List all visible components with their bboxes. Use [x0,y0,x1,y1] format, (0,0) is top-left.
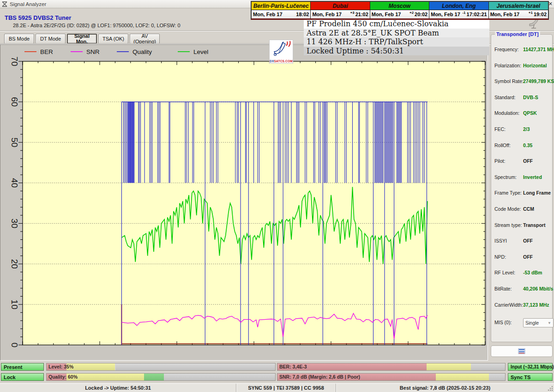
gauge-segment [144,374,164,380]
snr-gauge: SNR: 7,0 dB (Margin: 2,6 dB | Poor) [277,373,506,381]
level-gauge: Level: 35% [46,363,276,371]
transponder-row: Code Mode:CCM [494,206,550,213]
y-tick-label: 30 [10,219,19,228]
annotation-line: Astra 2E at 28.5°E_UK SPOT Beam [304,29,489,38]
tuner-subtitle: 28.2E - Astra 2E/2F/2G (ID: 0282) @ LOF1… [13,23,181,28]
transponder-panel: Transponder [DT] Frequency:11427,371 MHz… [491,34,553,342]
clock-moscow: MoscowMon, Feb 17+220:02 [370,2,429,18]
y-tick-label: 60 [10,97,19,107]
legend-label: Quality [132,48,152,55]
mode-tabs: BS Mode DT Mode Signal Mon. TSA (OK) AV … [4,34,160,44]
tp-label: RF Level: [494,270,523,276]
tp-value: Transport [523,222,545,229]
y-tick-label: 20 [10,259,19,269]
clock-utc-offset: +3 [350,11,355,15]
quality-gauge-label: Quality: 60% [48,374,78,380]
window-title: Signal Analyzer [10,1,46,7]
legend-label: SNR [86,48,100,55]
clock-dubai: DubaiMon, Feb 17+321:02 [311,2,370,18]
clock-date: Mon, Feb 17 [372,12,401,17]
transponder-row: BitRate:40,206 Mbit/s [494,286,550,292]
clock-city: Jerusalem-Israel [489,2,548,10]
annotation-line: PF Prodelin 450 cm/Lučenec-Slovakia [304,19,489,29]
transponder-row: RollOff:0.35 [494,143,550,149]
clock-jerusalem-israel: Jerusalem-IsraelMon, Feb 17+119:02 [489,2,548,18]
transponder-extra-button[interactable] [491,345,553,357]
tp-value: 0.35 [523,143,532,149]
y-tick-label: 70 [10,56,19,66]
status-sync-counters: SYNC 559 | TEI 37589 | CC 9958 [236,384,336,392]
clock-time: 19:02 [534,12,547,17]
tp-value: DVB-S [523,95,538,101]
transponder-row: RF Level:-53 dBm [494,270,550,276]
ber-gauge-label: BER: 3,4E-3 [279,364,307,369]
clock-berlin-paris-lu-enec: Berlin-Paris-LučenecMon, Feb 1718:02 [252,2,311,18]
gauge-segment [66,374,144,380]
clock-london-eng: London, EngMon, Feb 17-117:02:21 [429,2,488,18]
tab-tsa[interactable]: TSA (OK) [98,34,128,44]
tp-value: 40,206 Mbit/s [523,286,553,292]
transponder-row: Frame Type:Long Frame [494,190,550,196]
tp-label: Frequency: [494,47,523,53]
tp-label: Stream type: [494,222,523,229]
legend-label: Level [193,48,208,55]
tab-signal-mon[interactable]: Signal Mon. [67,34,97,44]
input-badge: Input (~32,31 Mbps) [508,363,553,371]
quality-gauge: Quality: 60% [46,373,276,381]
mis-dropdown[interactable]: Single▼ [523,318,554,327]
tp-label: ISSYI [494,238,523,244]
transponder-row: ISSYIOFF [494,238,550,244]
annotation-overlay: PF Prodelin 450 cm/Lučenec-Slovakia Astr… [304,19,489,55]
gauge-segment [164,374,275,380]
clock-date: Mon, Feb 17 [312,12,342,17]
clock-city: London, Eng [429,2,488,10]
status-bar: Locked -> Uptime: 54:50:31 SYNC 559 | TE… [0,383,554,392]
close-icon[interactable]: ✕ [548,1,553,7]
tp-label: NPD: [494,254,523,261]
world-clocks: Berlin-Paris-LučenecMon, Feb 1718:02Duba… [251,1,549,20]
tp-label: Standard: [494,95,523,101]
tp-label: Code Mode: [494,206,523,213]
tp-value: CCM [523,206,534,213]
mis-label: MIS (0): [494,320,523,326]
tuner-title: TBS 5925 DVBS2 Tuner [5,14,71,21]
present-indicator: Present [1,363,44,371]
clock-time: 21:02 [355,12,368,17]
transponder-row: Polarization:Horizontal [494,63,550,69]
lock-indicator: Lock [1,373,44,381]
y-tick-label: 50 [10,137,19,147]
tab-dt-mode[interactable]: DT Mode [36,34,66,44]
status-best-signal: Best signal: 7,8 dB (2025-02-15 20:23) [336,384,554,392]
clock-time: 18:02 [296,12,309,17]
tp-value: OFF [523,254,533,261]
tp-label: Symbol Rate: [494,78,523,85]
transponder-row: Modulation:QPSK [494,110,550,117]
tab-bs-mode[interactable]: BS Mode [4,34,34,44]
chevron-down-icon: ▼ [548,321,551,325]
tp-value: OFF [523,238,533,244]
transponder-row: FEC:2/3 [494,126,550,133]
y-tick-label: 40 [10,178,19,188]
snr-gauge-label: SNR: 7,0 dB (Margin: 2,6 dB | Poor) [279,374,360,380]
clock-utc-offset: +1 [529,11,533,15]
tp-label: Polarization: [494,63,523,69]
transponder-row: Pilot:OFF [494,158,550,165]
tp-label: Frame Type: [494,190,523,196]
tp-label: RollOff: [494,143,523,149]
clock-date: Mon, Feb 17 [253,12,283,17]
clock-city: Dubai [311,2,369,10]
clock-time: 17:02:21 [467,12,487,17]
gauge-segment [115,363,276,370]
resize-grip[interactable] [548,386,553,391]
transponder-row: Frequency:11427,371 MHz [494,47,550,53]
tp-value: Horizontal [523,63,547,69]
dxsatcs-logo: DXSATCS.COM [269,40,293,64]
tp-value: -53 dBm [523,270,542,276]
transponder-row: Standard:DVB-S [494,95,550,101]
clock-city: Berlin-Paris-Lučenec [252,2,310,10]
ber-gauge: BER: 3,4E-3 [277,363,506,371]
clock-utc-offset: +2 [409,11,414,15]
annotation-line: Locked Uptime : 54:50:31 [304,47,489,56]
signal-analyzer-window: { "window": { "title": "Signal Analyzer"… [0,0,554,392]
tab-av[interactable]: AV (Opening) [130,34,160,44]
